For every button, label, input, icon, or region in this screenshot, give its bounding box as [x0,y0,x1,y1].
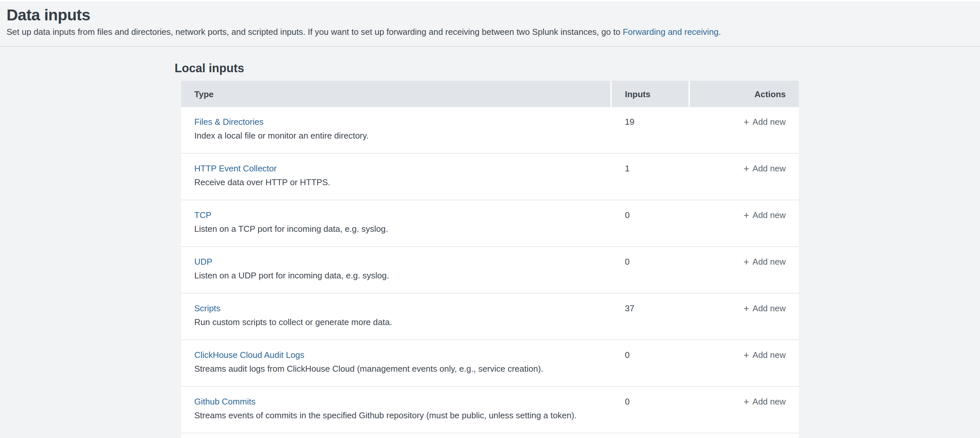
page-subtitle: Set up data inputs from files and direct… [6,26,974,37]
content-area: Local inputs Type Inputs Actions Files &… [0,47,980,438]
plus-icon: + [743,209,749,221]
local-inputs-table: Type Inputs Actions Files & Directories … [181,81,799,438]
actions-cell: +Add new [690,107,799,153]
table-row: Scripts Run custom scripts to collect or… [181,293,799,340]
table-bottom-stub [181,433,799,438]
actions-cell: +Add new [690,247,799,293]
type-link[interactable]: Github Commits [194,397,255,407]
add-new-button[interactable]: +Add new [743,164,786,174]
table-row: Github Commits Streams events of commits… [181,387,799,433]
add-new-label: Add new [752,210,786,220]
actions-cell: +Add new [690,340,799,386]
type-cell: ClickHouse Cloud Audit Logs Streams audi… [181,340,612,386]
add-new-button[interactable]: +Add new [743,397,786,407]
inputs-cell: 0 [612,247,690,293]
plus-icon: + [743,303,749,314]
viewport: Data inputs Set up data inputs from file… [0,0,980,438]
inputs-count: 37 [625,303,635,313]
inputs-count: 0 [625,397,630,406]
inputs-count: 0 [625,210,630,220]
table-row: TCP Listen on a TCP port for incoming da… [181,200,799,247]
plus-icon: + [743,349,749,360]
page-title: Data inputs [6,5,974,25]
type-cell: HTTP Event Collector Receive data over H… [181,154,612,200]
add-new-button[interactable]: +Add new [743,303,786,314]
inputs-cell: 0 [612,200,690,246]
column-header-inputs: Inputs [612,81,689,107]
actions-cell: +Add new [690,154,799,200]
subtitle-period: . [718,27,721,37]
table-row: HTTP Event Collector Receive data over H… [181,154,799,200]
plus-icon: + [743,163,749,174]
add-new-button[interactable]: +Add new [743,350,786,360]
subtitle-text: Set up data inputs from files and direct… [6,27,623,37]
section-title: Local inputs [175,47,980,75]
inputs-cell: 19 [612,107,690,153]
row-description: Listen on a UDP port for incoming data, … [194,271,599,281]
inputs-cell: 1 [612,154,690,200]
add-new-label: Add new [752,350,786,360]
table-body: Files & Directories Index a local file o… [181,107,799,433]
row-description: Run custom scripts to collect or generat… [194,317,599,328]
type-cell: UDP Listen on a UDP port for incoming da… [181,247,612,293]
table-row: ClickHouse Cloud Audit Logs Streams audi… [181,340,799,387]
inputs-count: 1 [625,164,630,174]
table-row: UDP Listen on a UDP port for incoming da… [181,247,799,293]
row-description: Streams audit logs from ClickHouse Cloud… [194,364,599,374]
add-new-button[interactable]: +Add new [743,257,786,267]
type-link[interactable]: TCP [194,210,212,221]
type-cell: Github Commits Streams events of commits… [181,387,612,433]
type-cell: Files & Directories Index a local file o… [181,107,612,153]
type-link[interactable]: HTTP Event Collector [194,164,277,174]
forwarding-and-receiving-link[interactable]: Forwarding and receiving [623,27,718,37]
row-description: Index a local file or monitor an entire … [194,131,599,141]
type-link[interactable]: UDP [194,257,212,267]
row-description: Receive data over HTTP or HTTPS. [194,177,599,188]
add-new-button[interactable]: +Add new [743,117,786,127]
inputs-count: 0 [625,257,630,267]
row-description: Listen on a TCP port for incoming data, … [194,224,599,234]
type-cell: TCP Listen on a TCP port for incoming da… [181,200,612,246]
page-header: Data inputs Set up data inputs from file… [0,1,980,47]
type-link[interactable]: Scripts [194,303,220,314]
add-new-label: Add new [752,303,786,313]
add-new-label: Add new [752,117,786,127]
row-description: Streams events of commits in the specifi… [194,411,599,421]
table-row: Files & Directories Index a local file o… [181,107,799,154]
actions-cell: +Add new [690,293,799,339]
add-new-label: Add new [752,257,786,267]
column-header-type: Type [181,81,611,107]
type-link[interactable]: ClickHouse Cloud Audit Logs [194,350,304,360]
plus-icon: + [743,396,749,407]
add-new-label: Add new [752,397,786,406]
inputs-cell: 37 [612,293,690,339]
inputs-count: 19 [625,117,635,127]
add-new-label: Add new [752,164,786,174]
plus-icon: + [743,256,749,267]
actions-cell: +Add new [690,387,799,433]
plus-icon: + [743,116,749,127]
table-header-row: Type Inputs Actions [181,81,799,107]
column-header-actions: Actions [690,81,799,107]
inputs-cell: 0 [612,387,690,433]
add-new-button[interactable]: +Add new [743,210,786,221]
inputs-count: 0 [625,350,630,360]
type-link[interactable]: Files & Directories [194,117,264,127]
inputs-cell: 0 [612,340,690,386]
actions-cell: +Add new [690,200,799,246]
type-cell: Scripts Run custom scripts to collect or… [181,293,612,339]
